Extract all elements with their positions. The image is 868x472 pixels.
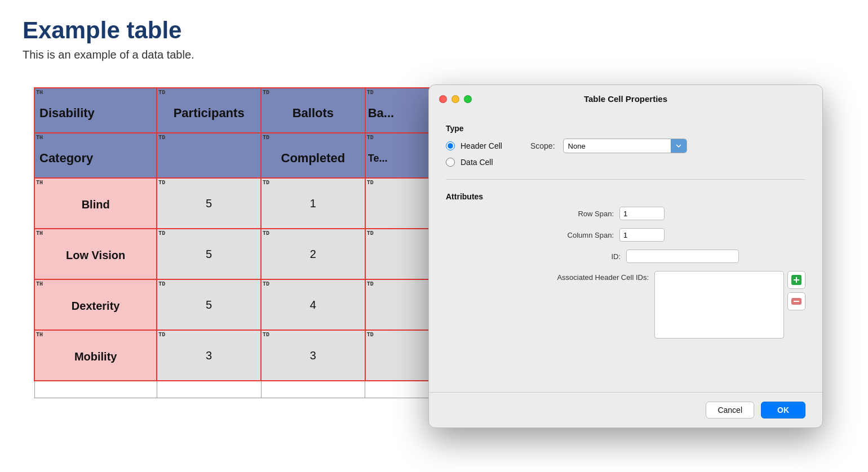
data-table: TH Disability TD Participants TD Ballots… xyxy=(34,87,445,398)
header-cell-category: TH Category xyxy=(34,133,157,178)
header-cell-ballots: TD Ballots xyxy=(261,88,365,133)
header-cell-completed: TD Completed xyxy=(261,133,365,178)
dialog-title: Table Cell Properties xyxy=(584,94,667,104)
cell-mobility-ballots: TD 3 xyxy=(261,330,365,381)
cell-lowvision-text: Low Vision xyxy=(35,242,156,266)
window-buttons xyxy=(439,95,472,103)
attributes-grid: Row Span: Column Span: ID: xyxy=(446,207,805,339)
th-label: TH xyxy=(36,90,43,96)
data-cell-row: Data Cell xyxy=(446,158,805,167)
assoc-header-cell-ids-label: Associated Header Cell IDs: xyxy=(536,271,649,282)
scope-label: Scope: xyxy=(530,141,555,150)
cell-dexterity-category: TH Dexterity xyxy=(34,279,157,330)
cell-mobility-text: Mobility xyxy=(35,344,156,368)
table-row-mobility: TH Mobility TD 3 TD 3 TD xyxy=(34,330,445,381)
td-label-9: TD xyxy=(367,180,374,186)
data-cell-label: Data Cell xyxy=(460,158,493,167)
header-cell-2-2: TD xyxy=(157,133,261,178)
td-label-8: TD xyxy=(263,180,269,186)
table-row-blind: TH Blind TD 5 TD 1 TD xyxy=(34,178,445,229)
cell-dexterity-ballots: TD 4 xyxy=(261,279,365,330)
header-ballots-text: Ballots xyxy=(262,98,365,123)
td-label-7: TD xyxy=(158,180,165,186)
td-label-3: TD xyxy=(367,90,374,96)
table-cell-properties-dialog: Table Cell Properties Type Header Cell S… xyxy=(428,84,823,428)
cell-lowvision-ballots: TD 2 xyxy=(261,229,365,279)
td-label-13: TD xyxy=(158,281,165,287)
cell-lowvision-participants-val: 5 xyxy=(157,248,260,261)
td-label: TD xyxy=(158,90,165,96)
attributes-section: Attributes Row Span: Column Span: ID: xyxy=(446,192,805,381)
window-minimize-button[interactable] xyxy=(451,95,459,103)
td-label-17: TD xyxy=(263,332,269,338)
divider xyxy=(446,179,805,180)
cell-blind-participants: TD 5 xyxy=(157,178,261,229)
th-label-3: TH xyxy=(36,180,43,186)
td-label-2: TD xyxy=(263,90,269,96)
page-subtitle: This is an example of a data table. xyxy=(23,48,845,61)
scope-select-box[interactable]: None xyxy=(563,139,687,153)
data-cell-radio[interactable] xyxy=(446,158,455,167)
header-cell-row: Header Cell Scope: None xyxy=(446,139,805,153)
cell-mobility-ballots-val: 3 xyxy=(262,349,365,362)
th-label-2: TH xyxy=(36,135,43,141)
header-cell-radio[interactable] xyxy=(446,141,455,150)
window-maximize-button[interactable] xyxy=(464,95,472,103)
remove-assoc-button[interactable] xyxy=(787,292,805,310)
ok-button[interactable]: OK xyxy=(761,402,805,418)
plus-icon xyxy=(791,275,801,285)
assoc-header-cell-ids-textarea[interactable] xyxy=(654,271,784,339)
chevron-down-icon xyxy=(676,144,681,148)
id-label: ID: xyxy=(530,252,621,261)
page-title: Example table xyxy=(23,17,845,44)
th-label-6: TH xyxy=(36,332,43,338)
row-span-row: Row Span: xyxy=(446,207,805,220)
td-label-18: TD xyxy=(367,332,374,338)
column-span-row: Column Span: xyxy=(446,228,805,242)
cell-blind-ballots-val: 1 xyxy=(262,197,365,210)
header-cell-label: Header Cell xyxy=(460,141,502,150)
cell-dexterity-ballots-val: 4 xyxy=(262,299,365,311)
row-span-input[interactable] xyxy=(619,207,665,220)
header-cell-participants: TD Participants xyxy=(157,88,261,133)
minus-icon xyxy=(791,298,801,305)
td-label-12: TD xyxy=(367,230,374,237)
attributes-section-label: Attributes xyxy=(446,192,805,201)
id-input[interactable] xyxy=(626,250,739,263)
td-label-15: TD xyxy=(367,281,374,287)
modal-footer: Cancel OK xyxy=(429,392,822,428)
header-disability-text: Disability xyxy=(35,96,156,125)
assoc-header-cell-ids-row: Associated Header Cell IDs: xyxy=(446,271,805,339)
cell-dexterity-participants-val: 5 xyxy=(157,299,260,311)
window-close-button[interactable] xyxy=(439,95,447,103)
scope-dropdown-arrow[interactable] xyxy=(671,139,687,153)
td-label-16: TD xyxy=(158,332,165,338)
cell-lowvision-participants: TD 5 xyxy=(157,229,261,279)
cell-blind-text: Blind xyxy=(35,192,156,216)
cell-lowvision-ballots-val: 2 xyxy=(262,248,365,261)
td-label-6: TD xyxy=(367,135,374,141)
type-section-label: Type xyxy=(446,124,805,133)
cell-mobility-category: TH Mobility xyxy=(34,330,157,381)
header-participants-text: Participants xyxy=(157,98,260,123)
cell-blind-participants-val: 5 xyxy=(157,197,260,210)
add-assoc-button[interactable] xyxy=(787,271,805,289)
cell-blind-category: TH Blind xyxy=(34,178,157,229)
column-span-label: Column Span: xyxy=(524,231,614,239)
table-row-dexterity: TH Dexterity TD 5 TD 4 TD xyxy=(34,279,445,330)
empty-cell-1 xyxy=(34,381,157,398)
column-span-input[interactable] xyxy=(619,228,665,242)
empty-cell-3 xyxy=(261,381,365,398)
row-span-label: Row Span: xyxy=(524,210,614,218)
cell-lowvision-category: TH Low Vision xyxy=(34,229,157,279)
td-label-10: TD xyxy=(158,230,165,237)
empty-cell-2 xyxy=(157,381,261,398)
assoc-textarea-wrapper xyxy=(654,271,805,339)
header-row-1: TH Disability TD Participants TD Ballots… xyxy=(34,88,445,133)
header-cell-disability: TH Disability xyxy=(34,88,157,133)
cancel-button[interactable]: Cancel xyxy=(706,402,754,418)
header-category-text: Category xyxy=(35,143,156,168)
td-label-5: TD xyxy=(263,135,269,141)
page-content: Example table This is an example of a da… xyxy=(0,0,868,472)
th-label-4: TH xyxy=(36,230,43,237)
